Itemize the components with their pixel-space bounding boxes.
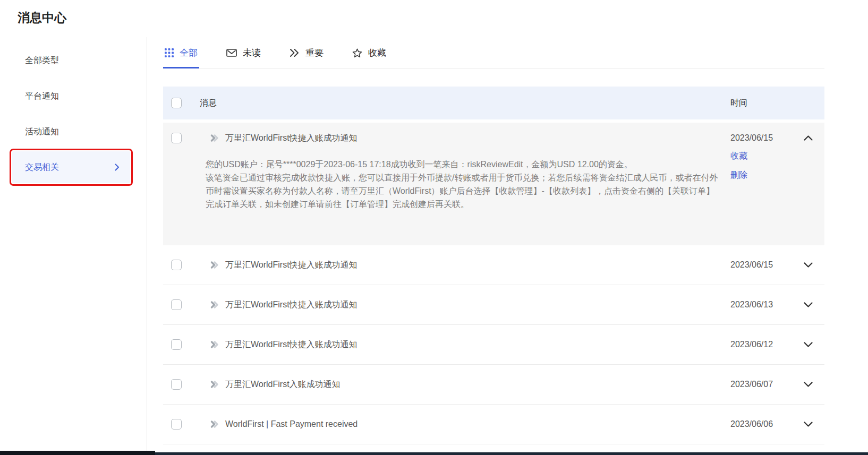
message-date: 2023/06/12 — [730, 340, 784, 349]
message-body-detail: 该笔资金已通过审核完成收款快捷入账，您可以直接用于外币提款/转账或者用于货币兑换… — [206, 171, 720, 211]
expand-chevron-down-icon[interactable] — [804, 382, 813, 387]
page-title: 消息中心 — [0, 0, 868, 37]
layout: 全部类型 平台通知 活动通知 交易相关 — [0, 37, 868, 454]
sidebar-item-all-types[interactable]: 全部类型 — [12, 45, 130, 76]
column-header-message: 消息 — [200, 98, 217, 109]
tab-label: 全部 — [180, 47, 198, 59]
message-title[interactable]: WorldFirst | Fast Payment received — [225, 419, 358, 429]
tab-unread[interactable]: 未读 — [225, 41, 262, 68]
row-checkbox[interactable] — [171, 339, 182, 350]
row-checkbox[interactable] — [171, 260, 182, 270]
message-date: 2023/06/15 — [730, 260, 784, 270]
row-checkbox[interactable] — [171, 419, 182, 430]
mail-icon — [226, 48, 237, 57]
tab-favorites[interactable]: 收藏 — [351, 41, 388, 68]
bottom-edge-bar-left — [0, 451, 155, 455]
delete-link[interactable]: 删除 — [730, 170, 747, 181]
message-row: 万里汇WorldFirst入账成功通知 2023/06/07 — [163, 365, 824, 405]
sidebar-item-label: 交易相关 — [25, 162, 59, 173]
grid-icon — [165, 48, 174, 57]
message-row: 万里汇WorldFirst快捷入账成功通知 2023/06/13 — [163, 285, 824, 325]
double-chevron-icon — [290, 48, 300, 57]
message-row: 万里汇WorldFirst快捷入账成功通知 2023/06/12 — [163, 325, 824, 365]
main-content: 全部 未读 重要 — [147, 37, 868, 454]
star-icon — [352, 48, 362, 58]
tab-bar: 全部 未读 重要 — [163, 41, 824, 68]
message-title[interactable]: 万里汇WorldFirst快捷入账成功通知 — [225, 133, 358, 144]
expand-chevron-down-icon[interactable] — [804, 342, 813, 347]
message-title[interactable]: 万里汇WorldFirst入账成功通知 — [225, 379, 341, 390]
sidebar-item-platform-notice[interactable]: 平台通知 — [12, 80, 130, 112]
row-checkbox[interactable] — [171, 299, 182, 310]
message-chevrons-icon — [209, 133, 219, 143]
collapse-chevron-up-icon[interactable] — [804, 135, 813, 141]
message-chevrons-icon — [209, 419, 219, 429]
message-chevrons-icon — [209, 340, 219, 349]
select-all-checkbox[interactable] — [171, 98, 182, 108]
message-date: 2023/06/13 — [730, 300, 784, 310]
chevron-right-icon — [115, 164, 120, 171]
message-title[interactable]: 万里汇WorldFirst快捷入账成功通知 — [225, 299, 358, 311]
column-header-time: 时间 — [730, 98, 747, 107]
favorite-link[interactable]: 收藏 — [730, 151, 747, 162]
tab-label: 收藏 — [368, 47, 386, 59]
sidebar-item-label: 活动通知 — [25, 126, 59, 138]
tab-important[interactable]: 重要 — [288, 41, 325, 68]
message-chevrons-icon — [209, 300, 219, 310]
message-title[interactable]: 万里汇WorldFirst快捷入账成功通知 — [225, 339, 358, 350]
row-checkbox[interactable] — [171, 133, 182, 143]
message-body: 您的USD账户：尾号****0029于2023-06-15 17:18成功收到一… — [206, 158, 720, 211]
expand-chevron-down-icon[interactable] — [804, 302, 813, 307]
message-chevrons-icon — [209, 380, 219, 389]
sidebar-item-activity-notice[interactable]: 活动通知 — [12, 116, 130, 148]
tab-label: 重要 — [305, 47, 324, 59]
expand-chevron-down-icon[interactable] — [804, 262, 813, 268]
message-row: WorldFirst | Fast Payment received 2023/… — [163, 405, 824, 444]
message-body-intro: 您的USD账户：尾号****0029于2023-06-15 17:18成功收到一… — [206, 158, 720, 171]
row-checkbox[interactable] — [171, 379, 182, 390]
tab-label: 未读 — [243, 47, 261, 59]
table-header: 消息 时间 — [163, 87, 824, 119]
message-date: 2023/06/15 — [730, 133, 784, 143]
sidebar: 全部类型 平台通知 活动通知 交易相关 — [0, 37, 147, 454]
sidebar-item-transaction-related[interactable]: 交易相关 — [12, 151, 130, 183]
sidebar-item-label: 平台通知 — [25, 91, 59, 102]
message-date: 2023/06/07 — [730, 380, 784, 389]
message-chevrons-icon — [209, 260, 219, 270]
message-row-expanded: 万里汇WorldFirst快捷入账成功通知 您的USD账户：尾号****0029… — [163, 123, 824, 245]
message-row: 万里汇WorldFirst快捷入账成功通知 2023/06/15 — [163, 245, 824, 285]
message-title[interactable]: 万里汇WorldFirst快捷入账成功通知 — [225, 260, 358, 271]
message-date: 2023/06/06 — [730, 419, 784, 429]
expand-chevron-down-icon[interactable] — [804, 422, 813, 427]
sidebar-item-label: 全部类型 — [25, 55, 59, 66]
tab-all[interactable]: 全部 — [163, 41, 199, 68]
